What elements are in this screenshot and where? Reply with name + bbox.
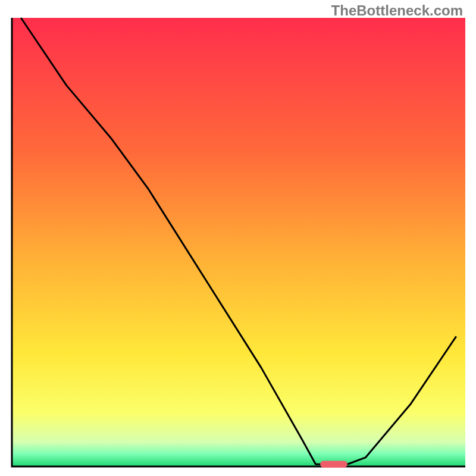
chart-svg — [0, 0, 476, 476]
bottleneck-chart: TheBottleneck.com — [0, 0, 476, 476]
optimal-marker — [320, 461, 347, 468]
plot-background — [12, 18, 465, 466]
watermark-text: TheBottleneck.com — [331, 2, 463, 19]
